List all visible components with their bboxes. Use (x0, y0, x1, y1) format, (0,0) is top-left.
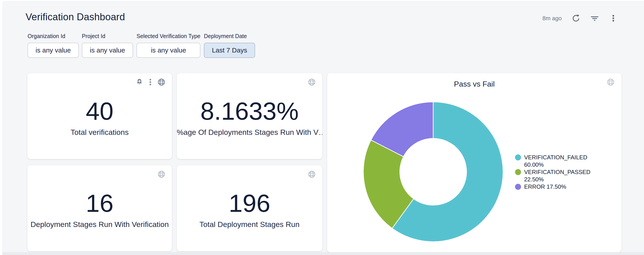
card-hover-actions (136, 78, 166, 86)
kebab-menu-icon[interactable] (149, 78, 152, 86)
chart-title: Pass vs Fail (327, 79, 622, 89)
globe-icon[interactable] (308, 170, 316, 178)
dashboard-panel: Verification Dashboard 8m ago (2, 1, 644, 255)
legend-item-verification-failed[interactable]: VERIFICATION_FAILED 60.00% (515, 154, 590, 168)
card-total-deployment-stages-run: 196 Total Deployment Stages Run (177, 165, 322, 251)
card-total-verifications: 40 Total verifications (27, 73, 172, 159)
legend-label: VERIFICATION_FAILED 60.00% (524, 154, 587, 168)
page-title: Verification Dashboard (26, 11, 125, 23)
dashboard-header-actions: 8m ago (542, 14, 618, 23)
globe-icon[interactable] (157, 170, 166, 178)
single-value-viz: 16 Deployment Stages Run With Verificati… (27, 165, 172, 251)
globe-icon[interactable] (606, 78, 615, 86)
metric-value: 40 (27, 96, 172, 127)
legend-label: VERIFICATION_PASSED 22.50% (524, 168, 590, 183)
card-pass-vs-fail-chart: Pass vs Fail (327, 73, 622, 252)
card-hover-actions (157, 170, 166, 178)
filter-label: Selected Verification Type (136, 33, 200, 40)
legend-swatch (515, 154, 521, 160)
filter-value-button[interactable]: Last 7 Days (204, 43, 255, 58)
metric-value: 16 (27, 188, 172, 219)
refresh-icon[interactable] (572, 14, 580, 23)
horizontal-scrollbar-track[interactable] (2, 252, 644, 255)
single-value-viz: 8.1633% %age Of Deployments Stages Run W… (177, 73, 322, 159)
filter-selected-verification-type: Selected Verification Type is any value (136, 33, 200, 58)
filter-organization-id: Organization Id is any value (28, 33, 79, 58)
card-pct-stages-with-verification: 8.1633% %age Of Deployments Stages Run W… (177, 73, 322, 159)
donut-chart (360, 98, 506, 245)
legend-item-error[interactable]: ERROR 17.50% (515, 183, 590, 190)
chart-legend: VERIFICATION_FAILED 60.00% VERIFICATION_… (515, 154, 590, 190)
card-hover-actions (308, 78, 316, 86)
metric-value: 196 (177, 188, 322, 219)
metric-label: %age Of Deployments Stages Run With V… (177, 127, 322, 137)
last-refresh-timestamp: 8m ago (542, 15, 562, 22)
card-stages-run-with-verification: 16 Deployment Stages Run With Verificati… (27, 165, 172, 251)
kebab-menu-icon[interactable] (609, 14, 618, 23)
legend-label: ERROR 17.50% (524, 183, 566, 190)
filter-label: Deployment Date (204, 33, 255, 40)
filter-icon[interactable] (590, 14, 599, 23)
legend-item-verification-passed[interactable]: VERIFICATION_PASSED 22.50% (515, 168, 590, 183)
verification-dashboard-screen: Verification Dashboard 8m ago (0, 0, 644, 255)
filter-value-button[interactable]: is any value (136, 43, 200, 58)
metric-label: Total verifications (27, 127, 172, 137)
metric-label: Deployment Stages Run With Verification (27, 219, 172, 229)
metric-value: 8.1633% (177, 96, 322, 127)
legend-swatch (515, 169, 521, 175)
card-hover-actions (606, 78, 615, 86)
legend-swatch (515, 184, 521, 190)
filter-value-button[interactable]: is any value (82, 43, 133, 58)
globe-icon[interactable] (308, 78, 316, 86)
filter-label: Project Id (82, 33, 133, 40)
single-value-viz: 196 Total Deployment Stages Run (177, 165, 322, 251)
metric-label: Total Deployment Stages Run (177, 219, 322, 229)
bell-plus-icon[interactable] (136, 78, 144, 86)
filter-label: Organization Id (28, 33, 79, 40)
filter-value-button[interactable]: is any value (28, 43, 79, 58)
filter-deployment-date: Deployment Date Last 7 Days (204, 33, 255, 58)
card-hover-actions (308, 170, 316, 178)
globe-icon[interactable] (157, 78, 166, 86)
filter-project-id: Project Id is any value (82, 33, 133, 58)
